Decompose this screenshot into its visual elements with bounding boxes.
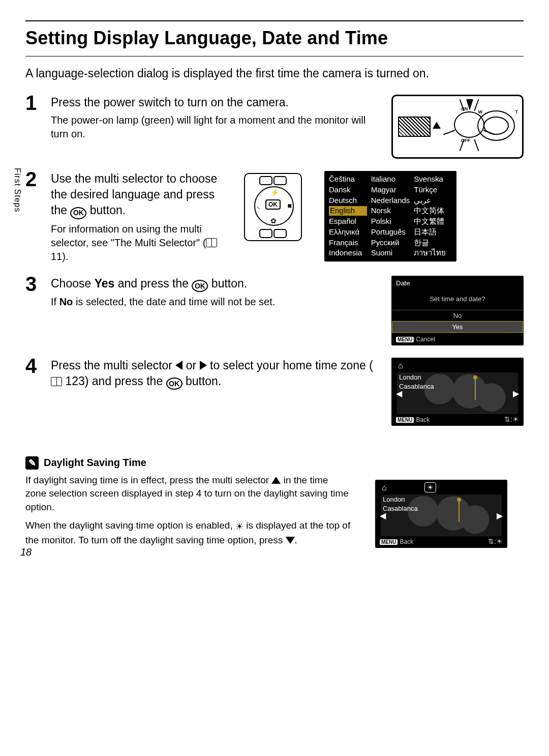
map-left-arrow-icon[interactable]: ◀	[396, 389, 402, 398]
step-2-heading: Use the multi selector to choose the des…	[51, 171, 234, 219]
language-option[interactable]: 中文繁體	[414, 217, 452, 226]
dst-toggle-hint-icon: ⇅:☀	[488, 537, 503, 545]
menu-chip: MENU	[380, 539, 398, 545]
page-ref-icon	[51, 377, 62, 386]
on-label: ON	[461, 106, 468, 111]
dst-indicator-icon: ☀︎	[235, 520, 243, 533]
step-3: 3 Choose Yes and press the OK button. If…	[25, 276, 524, 345]
language-option[interactable]: Magyar	[371, 185, 410, 195]
t-label: T	[515, 109, 518, 114]
language-option[interactable]: Deutsch	[329, 196, 367, 206]
up-arrow-icon	[271, 477, 281, 484]
step-1-number: 1	[25, 93, 51, 113]
home-icon: ⌂	[382, 483, 387, 492]
date-title: Date	[392, 279, 523, 287]
language-option[interactable]: عربي	[414, 196, 452, 206]
manual-page: First Steps Setting Display Language, Da…	[25, 20, 524, 548]
w-label: W	[478, 109, 483, 114]
section-tab-label: First Steps	[13, 168, 22, 212]
timezone-map-screen: ⌂ London Casablanca ◀ ▶ MENUBack ⇅:☀	[391, 358, 524, 426]
step-3-number: 3	[25, 274, 51, 294]
city-1: London	[383, 496, 405, 503]
page-ref-icon	[206, 238, 217, 247]
page-number: 18	[20, 546, 32, 558]
map-right-arrow-icon[interactable]: ▶	[513, 389, 519, 398]
option-yes[interactable]: Yes	[392, 321, 523, 333]
home-icon: ⌂	[398, 361, 403, 370]
language-option[interactable]: Русский	[371, 238, 410, 248]
zoom-dial-icon	[477, 110, 515, 141]
language-option[interactable]: ภาษาไทย	[414, 248, 452, 258]
language-option[interactable]: Español	[329, 217, 367, 226]
step-4-number: 4	[25, 356, 51, 376]
step-1-heading: Press the power switch to turn on the ca…	[51, 95, 379, 110]
map-right-arrow-icon[interactable]: ▶	[497, 511, 503, 520]
camera-top-illustration: ON OFF W T	[391, 95, 524, 159]
top-rule	[25, 20, 524, 21]
language-option[interactable]: Suomi	[371, 248, 410, 258]
language-menu-screen: ČeštinaItalianoSvenskaDanskMagyarTürkçeD…	[324, 171, 456, 261]
language-option[interactable]: Polski	[371, 217, 410, 226]
step-3-heading: Choose Yes and press the OK button.	[51, 276, 379, 292]
language-option[interactable]: Italiano	[371, 175, 410, 184]
ok-button-icon: OK	[70, 207, 86, 219]
language-option[interactable]: Türkçe	[414, 185, 452, 195]
ok-center-icon: OK	[265, 199, 281, 210]
left-arrow-icon	[175, 361, 182, 370]
language-option[interactable]: 中文简体	[414, 206, 452, 216]
menu-chip: MENU	[396, 337, 414, 342]
back-label: Back	[416, 416, 430, 423]
cancel-label: Cancel	[416, 336, 435, 343]
language-option[interactable]: Ελληνικά	[329, 227, 367, 237]
step-1: 1 Press the power switch to turn on the …	[25, 95, 524, 159]
map-left-arrow-icon[interactable]: ◀	[380, 511, 386, 520]
intro-text: A language-selection dialog is displayed…	[25, 67, 524, 80]
dst-on-indicator-icon: ☀︎	[424, 482, 436, 492]
date-prompt: Set time and date?	[392, 290, 523, 310]
city-2: Casablanca	[383, 505, 418, 512]
note-icon: ✎	[25, 456, 39, 470]
back-label: Back	[400, 538, 413, 545]
language-option[interactable]: Français	[329, 238, 367, 248]
language-option[interactable]: Svenska	[414, 175, 452, 184]
timezone-pin-icon	[473, 375, 477, 380]
ok-button-icon: OK	[192, 280, 208, 292]
step-2-number: 2	[25, 169, 51, 189]
page-title: Setting Display Language, Date and Time	[25, 27, 524, 49]
timezone-map-dst-screen: ⌂ ☀︎ London Casablanca ◀ ▶ MENUBack ⇅:☀	[375, 480, 507, 548]
note-body: If daylight saving time is in effect, pr…	[25, 474, 351, 547]
language-option[interactable]: Čeština	[329, 175, 367, 184]
timezone-pin-icon	[457, 498, 461, 502]
option-no[interactable]: No	[392, 310, 523, 321]
note-heading: ✎ Daylight Saving Time	[25, 456, 524, 470]
language-option[interactable]: Nederlands	[371, 196, 410, 206]
language-option[interactable]: Dansk	[329, 185, 367, 195]
ok-button-icon: OK	[166, 377, 182, 390]
city-2: Casablanca	[399, 383, 434, 390]
step-2-sub: For information on using the multi selec…	[51, 222, 234, 264]
step-3-sub: If No is selected, the date and time wil…	[51, 295, 379, 309]
menu-chip: MENU	[396, 417, 414, 423]
language-option[interactable]: Indonesia	[329, 248, 367, 258]
language-option[interactable]: 日本語	[414, 227, 452, 237]
language-option[interactable]: Português	[371, 227, 410, 237]
multi-selector-illustration: ⚡ ◟ ■ ✿ OK	[244, 173, 302, 241]
dst-toggle-hint-icon: ⇅:☀	[504, 415, 519, 423]
down-arrow-icon	[286, 537, 295, 544]
step-4-heading: Press the multi selector or to select yo…	[51, 358, 379, 390]
language-option[interactable]: Norsk	[371, 206, 410, 216]
step-2: 2 Use the multi selector to choose the d…	[25, 171, 524, 264]
step-4: 4 Press the multi selector or to select …	[25, 358, 524, 426]
city-1: London	[399, 373, 421, 381]
step-1-sub: The power-on lamp (green) will light for…	[51, 113, 379, 141]
title-underline	[25, 56, 524, 56]
language-option[interactable]: English	[329, 206, 367, 216]
right-arrow-icon	[200, 361, 207, 370]
language-option[interactable]: 한글	[414, 238, 452, 248]
off-label: OFF	[461, 138, 470, 143]
date-prompt-screen: Date Set time and date? No Yes MENUCance…	[391, 276, 524, 345]
